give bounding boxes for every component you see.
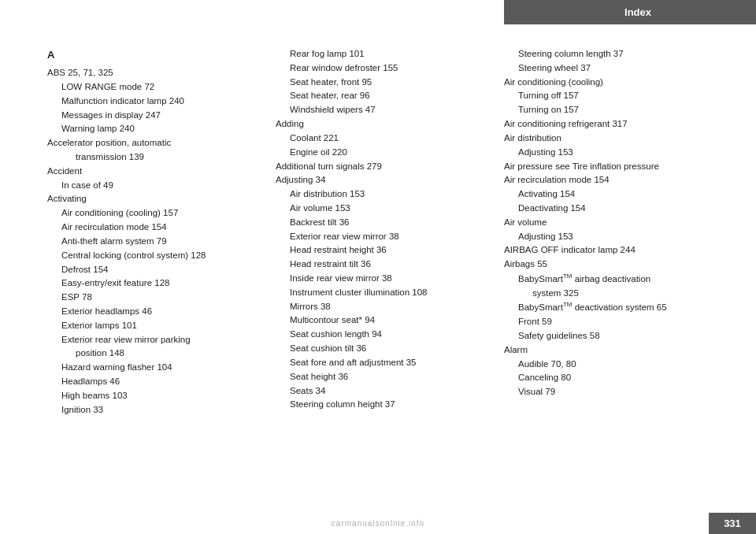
page: Index AABS 25, 71, 325LOW RANGE mode 72M…	[0, 0, 756, 534]
header-bar: Index	[504, 0, 756, 24]
header-title: Index	[624, 6, 651, 18]
entry-1-23: Seat height 36	[276, 370, 492, 384]
entry-2-5: Air conditioning refrigerant 317	[504, 117, 721, 132]
entry-1-24: Seats 34	[276, 384, 492, 399]
entry-0-16: Easy-entry/exit feature 128	[47, 276, 264, 291]
entry-1-9: Adjusting 34	[276, 173, 492, 187]
entry-2-20: Safety guidelines 58	[504, 329, 721, 343]
entry-1-1: Rear window defroster 155	[276, 61, 492, 76]
entry-2-9: Air recirculation mode 154	[504, 173, 721, 187]
entry-1-12: Backrest tilt 36	[276, 216, 492, 230]
entry-1-7: Engine oil 220	[276, 146, 492, 160]
entry-0-21: position 148	[47, 347, 264, 361]
entry-0-5: Warning lamp 240	[47, 122, 264, 136]
entry-0-19: Exterior lamps 101	[47, 319, 264, 333]
entry-1-14: Head restraint height 36	[276, 243, 492, 258]
entry-0-20: Exterior rear view mirror parking	[47, 333, 264, 347]
entry-0-3: Malfunction indicator lamp 240	[47, 95, 264, 109]
entry-2-22: Audible 70, 80	[504, 358, 721, 372]
column-2: Rear fog lamp 101Rear window defroster 1…	[276, 47, 504, 487]
entry-1-18: Mirrors 38	[276, 300, 492, 314]
entry-0-10: Activating	[47, 192, 264, 206]
entry-0-11: Air conditioning (cooling) 157	[47, 206, 264, 221]
entry-1-0: Rear fog lamp 101	[276, 47, 492, 61]
entry-1-19: Multicontour seat* 94	[276, 313, 492, 328]
entry-0-18: Exterior headlamps 46	[47, 305, 264, 319]
entry-0-15: Defrost 154	[47, 263, 264, 277]
entry-2-14: AIRBAG OFF indicator lamp 244	[504, 243, 721, 258]
entry-0-1: ABS 25, 71, 325	[47, 66, 264, 80]
entry-2-24: Visual 79	[504, 385, 721, 399]
entry-1-2: Seat heater, front 95	[276, 76, 492, 90]
entry-2-11: Deactivating 154	[504, 202, 721, 216]
entry-0-24: High beams 103	[47, 389, 264, 403]
entry-1-21: Seat cushion tilt 36	[276, 342, 492, 356]
content-area: AABS 25, 71, 325LOW RANGE mode 72Malfunc…	[47, 47, 732, 487]
column-1: AABS 25, 71, 325LOW RANGE mode 72Malfunc…	[47, 47, 276, 487]
entry-2-8: Air pressure see Tire inflation pressure	[504, 160, 721, 174]
entry-1-22: Seat fore and aft adjustment 35	[276, 356, 492, 370]
watermark: carmanualsonline.info	[332, 519, 424, 528]
entry-1-4: Windshield wipers 47	[276, 103, 492, 117]
entry-2-7: Adjusting 153	[504, 146, 721, 160]
entry-0-0: A	[47, 47, 264, 63]
entry-2-19: Front 59	[504, 315, 721, 329]
entry-1-17: Instrument cluster illumination 108	[276, 286, 492, 300]
entry-1-8: Additional turn signals 279	[276, 160, 492, 174]
entry-2-10: Activating 154	[504, 187, 721, 202]
entry-2-4: Turning on 157	[504, 103, 721, 117]
entry-0-6: Accelerator position, automatic	[47, 136, 264, 150]
entry-1-25: Steering column height 37	[276, 398, 492, 412]
entry-2-1: Steering wheel 37	[504, 61, 721, 76]
entry-1-5: Adding	[276, 117, 492, 132]
entry-1-6: Coolant 221	[276, 132, 492, 146]
entry-2-21: Alarm	[504, 343, 721, 358]
entry-0-14: Central locking (control system) 128	[47, 249, 264, 263]
entry-2-12: Air volume	[504, 216, 721, 230]
column-3: Steering column length 37Steering wheel …	[504, 47, 732, 487]
entry-0-23: Headlamps 46	[47, 375, 264, 389]
entry-0-8: Accident	[47, 165, 264, 179]
entry-2-18: BabySmartTM deactivation system 65	[504, 300, 721, 315]
entry-2-16: BabySmartTM airbag deactivation	[504, 272, 721, 287]
entry-0-2: LOW RANGE mode 72	[47, 80, 264, 95]
entry-0-4: Messages in display 247	[47, 109, 264, 123]
page-number: 331	[709, 513, 756, 534]
entry-0-22: Hazard warning flasher 104	[47, 361, 264, 375]
entry-2-2: Air conditioning (cooling)	[504, 76, 721, 90]
entry-1-11: Air volume 153	[276, 202, 492, 216]
entry-2-13: Adjusting 153	[504, 230, 721, 244]
entry-1-3: Seat heater, rear 96	[276, 89, 492, 103]
entry-1-10: Air distribution 153	[276, 187, 492, 202]
entry-0-12: Air recirculation mode 154	[47, 221, 264, 235]
entry-1-13: Exterior rear view mirror 38	[276, 230, 492, 244]
entry-0-9: In case of 49	[47, 179, 264, 193]
entry-0-17: ESP 78	[47, 291, 264, 305]
entry-2-23: Canceling 80	[504, 371, 721, 385]
entry-2-3: Turning off 157	[504, 89, 721, 103]
entry-0-25: Ignition 33	[47, 403, 264, 417]
entry-1-15: Head restraint tilt 36	[276, 258, 492, 272]
entry-0-7: transmission 139	[47, 150, 264, 165]
entry-1-16: Inside rear view mirror 38	[276, 272, 492, 286]
entry-2-0: Steering column length 37	[504, 47, 721, 61]
entry-2-17: system 325	[504, 287, 721, 301]
entry-2-6: Air distribution	[504, 132, 721, 146]
entry-0-13: Anti-theft alarm system 79	[47, 235, 264, 249]
entry-1-20: Seat cushion length 94	[276, 328, 492, 342]
entry-2-15: Airbags 55	[504, 258, 721, 272]
